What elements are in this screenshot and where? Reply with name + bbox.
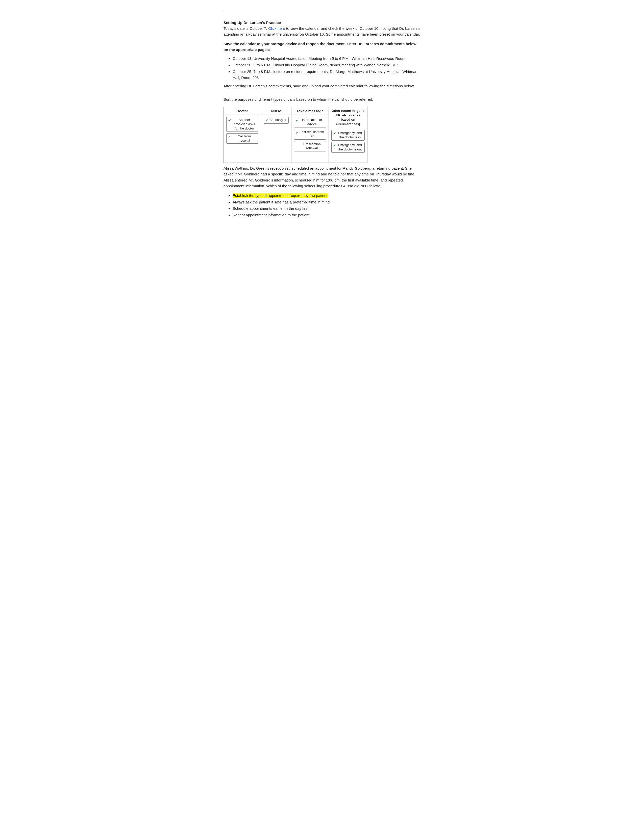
message-col-header: Take a message	[291, 107, 328, 115]
message-card-3-text: Prescription renewal	[300, 142, 324, 151]
other-card-1: ✔ Emergency, and the doctor is in	[331, 130, 365, 141]
other-card-2: ✔ Emergency, and the doctor is out	[331, 142, 365, 153]
check-icon-4: ✔	[296, 118, 299, 123]
call-sort-table-container: Doctor ✔ Another physician asks for the …	[224, 107, 420, 163]
after-list-text: After entering Dr. Larsen's commitments,…	[224, 83, 420, 89]
highlighted-bullet-text: Establish the type of appointment requir…	[233, 193, 328, 198]
message-card-1: ✔ Information or advice	[294, 117, 326, 127]
message-card-2: ✔ Test results from lab	[294, 129, 326, 140]
other-col-body: ✔ Emergency, and the doctor is in ✔ Emer…	[329, 128, 367, 162]
message-card-3: Prescription renewal	[294, 141, 326, 152]
sort-instruction: Sort the purposes of different types of …	[224, 96, 420, 103]
page: Setting Up Dr. Larsen's Practice Today's…	[208, 0, 436, 293]
message-col-body: ✔ Information or advice ✔ Test results f…	[291, 115, 328, 162]
message-card-2-text: Test results from lab	[300, 130, 324, 138]
check-icon-5: ✔	[296, 130, 299, 135]
doctor-card-1: ✔ Another physician asks for the doctor	[226, 117, 258, 132]
click-here-link[interactable]: Click here	[268, 26, 285, 31]
doctor-column: Doctor ✔ Another physician asks for the …	[224, 107, 261, 162]
scheduling-bullets: Establish the type of appointment requir…	[233, 192, 420, 218]
check-icon-3: ✔	[266, 118, 269, 123]
check-icon-1: ✔	[228, 118, 231, 123]
nurse-card-1-text: Seriously ill	[269, 118, 286, 122]
commitment-item-1: October 13, University Hospital Accredit…	[233, 56, 420, 61]
doctor-card-2-text: Call from hospital	[232, 134, 257, 143]
call-sort-table: Doctor ✔ Another physician asks for the …	[224, 107, 367, 163]
scheduling-bullet-2: Always ask the patient if s/he has a pre…	[233, 199, 420, 206]
doctor-card-1-text: Another physician asks for the doctor	[232, 118, 257, 131]
commitment-item-3: October 25, 7 to 8 P.M., lecture on resi…	[233, 69, 420, 81]
doctor-col-body: ✔ Another physician asks for the doctor …	[224, 115, 261, 162]
message-card-1-text: Information or advice	[300, 118, 324, 127]
scheduling-bullet-1: Establish the type of appointment requir…	[233, 192, 420, 199]
check-icon-7: ✔	[333, 143, 336, 148]
commitment-item-2: October 20, 5 to 6 P.M., University Hosp…	[233, 62, 420, 68]
section1-title: Setting Up Dr. Larsen's Practice	[224, 21, 420, 25]
nurse-card-1: ✔ Seriously ill	[264, 117, 289, 124]
check-icon-6: ✔	[333, 131, 336, 136]
other-column: Other (come in, go to ER, etc. - varies …	[329, 107, 367, 162]
doctor-card-2: ✔ Call from hospital	[226, 133, 258, 144]
scheduling-bullet-3: Schedule appointments earlier in the day…	[233, 205, 420, 212]
scheduling-bullet-4: Repeat appointment information to the pa…	[233, 212, 420, 218]
commitments-list: October 13, University Hospital Accredit…	[233, 56, 420, 81]
alissa-paragraph: Alissa Watkins, Dr. Green's receptionist…	[224, 165, 420, 189]
bottom-section: Alissa Watkins, Dr. Green's receptionist…	[224, 165, 420, 218]
doctor-col-header: Doctor	[224, 107, 261, 115]
check-icon-2: ✔	[228, 135, 231, 139]
top-divider	[224, 10, 420, 10]
other-card-2-text: Emergency, and the doctor is out	[337, 143, 363, 152]
nurse-col-header: Nurse	[261, 107, 291, 115]
section1-body-text: Today's date is October 7.	[224, 26, 267, 31]
other-card-1-text: Emergency, and the doctor is in	[337, 131, 363, 140]
nurse-column: Nurse ✔ Seriously ill	[261, 107, 291, 162]
section1-body: Today's date is October 7. Click here to…	[224, 26, 420, 37]
other-col-header: Other (come in, go to ER, etc. - varies …	[329, 107, 367, 128]
nurse-col-body: ✔ Seriously ill	[261, 115, 291, 162]
message-column: Take a message ✔ Information or advice ✔…	[291, 107, 329, 162]
section2-instruction: Save the calendar to your storage device…	[224, 41, 420, 53]
